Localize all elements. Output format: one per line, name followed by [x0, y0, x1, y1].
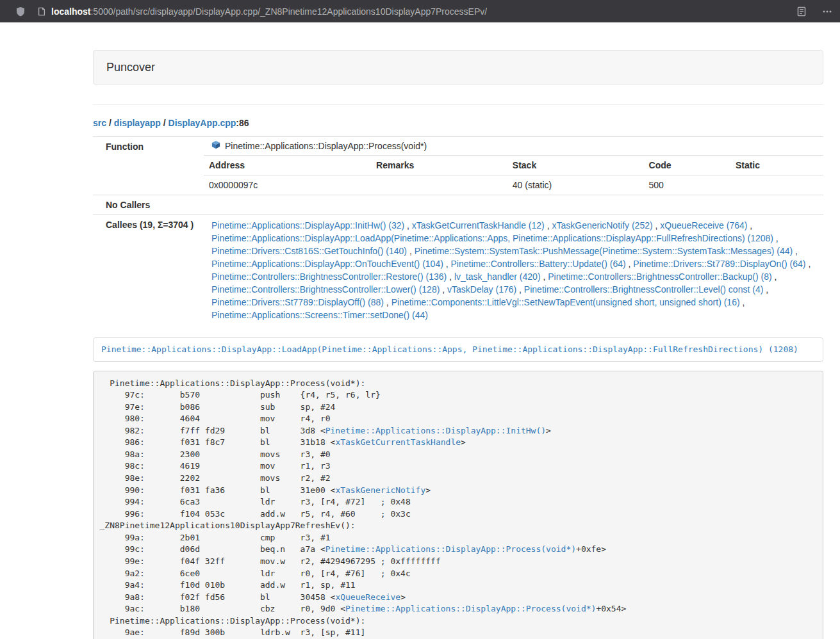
function-name: Pinetime::Applications::DisplayApp::Proc…: [225, 140, 427, 152]
callee-link[interactable]: lv_task_handler (420): [454, 271, 541, 282]
col-header-code: Code: [644, 156, 730, 175]
highlighted-callee-box: Pinetime::Applications::DisplayApp::Load…: [93, 337, 823, 362]
function-row-label: Function: [93, 137, 204, 195]
page-actions-menu-icon[interactable]: [822, 6, 832, 17]
callee-separator: ,: [653, 220, 661, 231]
callee-link[interactable]: Pinetime::Applications::DisplayApp::OnTo…: [211, 259, 443, 269]
assembly-symbol-link[interactable]: xQueueReceive: [335, 592, 400, 602]
function-row: Function Pinetime::Applications::Display…: [93, 137, 823, 195]
callee-separator: ,: [545, 220, 552, 231]
assembly-listing: Pinetime::Applications::DisplayApp::Proc…: [93, 371, 823, 639]
callee-separator: ,: [443, 259, 451, 269]
url-text[interactable]: localhost:5000/path/src/displayapp/Displ…: [51, 6, 487, 17]
highlighted-callee-link[interactable]: Pinetime::Applications::DisplayApp::Load…: [101, 344, 798, 354]
callee-link[interactable]: Pinetime::Components::LittleVgl::SetNewT…: [391, 297, 740, 307]
metric-remarks: [371, 175, 507, 195]
page-content: Puncover src / displayapp / DisplayApp.c…: [93, 50, 823, 639]
assembly-symbol-link[interactable]: Pinetime::Applications::DisplayApp::Proc…: [325, 544, 576, 554]
function-icon: [211, 140, 220, 152]
callee-separator: ,: [447, 271, 454, 282]
breadcrumb-link-src[interactable]: src: [93, 118, 106, 128]
symbol-info-table: Function Pinetime::Applications::Display…: [93, 136, 823, 325]
no-callers-label: No Callers: [93, 195, 204, 215]
assembly-symbol-link[interactable]: Pinetime::Applications::DisplayApp::Init…: [325, 426, 546, 435]
app-title-panel: Puncover: [93, 50, 823, 85]
browser-chrome: localhost:5000/path/src/displayapp/Displ…: [0, 0, 840, 22]
no-callers-row: No Callers: [93, 195, 823, 215]
callee-separator: ,: [773, 233, 778, 243]
callee-separator: ,: [541, 271, 548, 282]
shield-icon[interactable]: [15, 6, 26, 17]
callee-separator: ,: [384, 297, 391, 307]
callee-separator: ,: [763, 284, 768, 295]
breadcrumb-link-displayapp[interactable]: displayapp: [114, 118, 161, 128]
callee-link[interactable]: Pinetime::Controllers::BrightnessControl…: [548, 271, 771, 282]
metrics-header-row: Address Remarks Stack Code Static: [204, 156, 823, 175]
metrics-value-row: 0x0000097c 40 (static) 500: [204, 175, 823, 195]
page-info-icon[interactable]: [37, 7, 46, 16]
divider: [93, 104, 823, 105]
callee-separator: ,: [404, 220, 412, 231]
metrics-table: Address Remarks Stack Code Static 0x0000…: [204, 155, 823, 195]
callee-separator: ,: [626, 259, 634, 269]
callee-link[interactable]: Pinetime::Drivers::Cst816S::GetTouchInfo…: [211, 246, 407, 256]
reader-view-icon[interactable]: [796, 6, 807, 17]
breadcrumb: src / displayapp / DisplayApp.cpp:86: [93, 117, 823, 129]
callee-link[interactable]: Pinetime::System::SystemTask::PushMessag…: [415, 246, 793, 256]
callee-separator: ,: [747, 220, 752, 231]
metric-address: 0x0000097c: [204, 175, 371, 195]
callees-list: Pinetime::Applications::DisplayApp::Init…: [204, 215, 823, 326]
callees-label: Callees (19, Σ=3704 ): [93, 215, 204, 326]
callee-link[interactable]: Pinetime::Drivers::St7789::DisplayOff() …: [211, 297, 384, 307]
breadcrumb-separator: /: [161, 118, 169, 128]
metric-static: [730, 175, 823, 195]
assembly-symbol-link[interactable]: xTaskGetCurrentTaskHandle: [335, 437, 461, 447]
function-line: Pinetime::Applications::DisplayApp::Proc…: [204, 137, 823, 155]
callee-link[interactable]: Pinetime::Controllers::BrightnessControl…: [211, 271, 447, 282]
url-host: localhost: [51, 6, 90, 17]
callee-separator: ,: [772, 271, 777, 282]
callee-link[interactable]: Pinetime::Controllers::BrightnessControl…: [524, 284, 763, 295]
callee-separator: ,: [516, 284, 524, 295]
breadcrumb-separator: /: [106, 118, 114, 128]
col-header-stack: Stack: [507, 156, 644, 175]
callee-link[interactable]: Pinetime::Applications::DisplayApp::Load…: [211, 233, 773, 243]
callee-separator: ,: [440, 284, 447, 295]
url-path: :5000/path/src/displayapp/DisplayApp.cpp…: [90, 6, 487, 17]
callee-link[interactable]: xQueueReceive (764): [660, 220, 747, 231]
callee-link[interactable]: Pinetime::Applications::Screens::Timer::…: [211, 310, 428, 320]
callee-link[interactable]: Pinetime::Applications::DisplayApp::Init…: [211, 220, 404, 231]
col-header-static: Static: [730, 156, 823, 175]
callee-separator: ,: [740, 297, 745, 307]
breadcrumb-line-number: :86: [236, 118, 249, 128]
callees-row: Callees (19, Σ=3704 ) Pinetime::Applicat…: [93, 215, 823, 326]
callee-link[interactable]: Pinetime::Controllers::BrightnessControl…: [211, 284, 440, 295]
assembly-symbol-link[interactable]: xTaskGenericNotify: [335, 485, 425, 495]
assembly-symbol-link[interactable]: Pinetime::Applications::DisplayApp::Proc…: [345, 604, 596, 613]
metric-code: 500: [644, 175, 730, 195]
col-header-remarks: Remarks: [371, 156, 507, 175]
callee-separator: ,: [793, 246, 798, 256]
callee-separator: ,: [407, 246, 415, 256]
no-callers-cell: [204, 195, 823, 215]
callee-link[interactable]: xTaskGetCurrentTaskHandle (12): [412, 220, 545, 231]
callee-link[interactable]: xTaskGenericNotify (252): [552, 220, 652, 231]
callee-link[interactable]: Pinetime::Controllers::Battery::Update()…: [451, 259, 626, 269]
callee-link[interactable]: vTaskDelay (176): [447, 284, 516, 295]
callee-link[interactable]: Pinetime::Drivers::St7789::DisplayOn() (…: [633, 259, 805, 269]
breadcrumb-link-file[interactable]: DisplayApp.cpp: [169, 118, 236, 128]
metric-stack: 40 (static): [507, 175, 644, 195]
col-header-address: Address: [204, 156, 371, 175]
callee-separator: ,: [806, 259, 811, 269]
app-title: Puncover: [106, 61, 155, 74]
